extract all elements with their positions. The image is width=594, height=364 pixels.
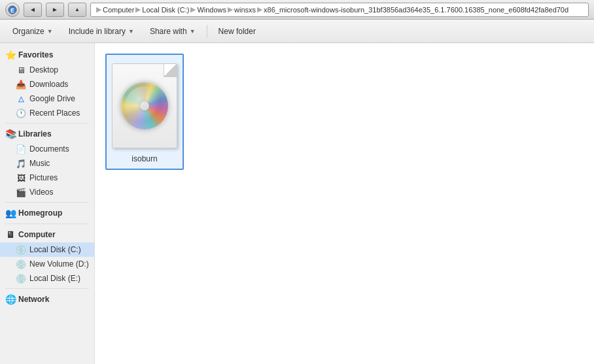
libraries-label: Libraries: [18, 129, 52, 139]
network-label: Network: [18, 295, 49, 304]
cd-disc-icon: [121, 82, 168, 129]
computer-header[interactable]: 🖥 Computer: [0, 227, 94, 242]
sidebar-item-documents[interactable]: 📄 Documents: [0, 142, 94, 156]
computer-label: Computer: [18, 230, 56, 239]
address-winsxs[interactable]: winsxs: [234, 6, 256, 14]
pictures-label: Pictures: [29, 173, 58, 182]
include-label: Include in library: [69, 27, 126, 36]
title-bar: E ◄ ► ▲ ▶ Computer ▶ Local Disk (C:) ▶ W…: [0, 0, 594, 20]
file-item-isoburn[interactable]: isoburn: [105, 54, 184, 170]
documents-label: Documents: [29, 144, 69, 154]
sidebar: ⭐ Favorites 🖥 Desktop 📥 Downloads △ Goog…: [0, 43, 95, 364]
divider-3: [5, 223, 89, 224]
share-with-button[interactable]: Share with ▼: [143, 22, 203, 41]
googledrive-icon: △: [16, 93, 26, 104]
googledrive-label: Google Drive: [29, 94, 75, 103]
music-icon: 🎵: [16, 158, 26, 169]
downloads-icon: 📥: [16, 79, 26, 90]
divider-4: [5, 288, 89, 289]
address-windows[interactable]: Windows: [197, 6, 226, 14]
sidebar-item-localdisk-c[interactable]: 💿 Local Disk (C:): [0, 242, 94, 257]
divider-1: [5, 123, 89, 124]
toolbar-separator: [207, 25, 207, 38]
content-area: isoburn: [95, 43, 594, 364]
sidebar-item-music[interactable]: 🎵 Music: [0, 156, 94, 171]
localdisk-c-label: Local Disk (C:): [29, 245, 81, 254]
file-page: [112, 63, 177, 148]
network-section: 🌐 Network: [0, 291, 94, 307]
computer-icon: 🖥: [5, 229, 16, 240]
homegroup-icon: 👥: [5, 208, 16, 218]
newvolume-d-icon: 💿: [16, 259, 26, 269]
sidebar-item-recentplaces[interactable]: 🕐 Recent Places: [0, 106, 94, 120]
homegroup-section: 👥 Homegroup: [0, 205, 94, 221]
network-header[interactable]: 🌐 Network: [0, 291, 94, 307]
videos-label: Videos: [29, 188, 53, 197]
include-library-button[interactable]: Include in library ▼: [61, 22, 141, 41]
recentplaces-icon: 🕐: [16, 108, 26, 118]
sidebar-item-downloads[interactable]: 📥 Downloads: [0, 77, 94, 91]
downloads-label: Downloads: [29, 80, 68, 89]
newvolume-d-label: New Volume (D:): [29, 259, 89, 269]
organize-button[interactable]: Organize ▼: [5, 22, 60, 41]
toolbar: Organize ▼ Include in library ▼ Share wi…: [0, 20, 594, 43]
recentplaces-label: Recent Places: [29, 108, 80, 118]
address-computer[interactable]: Computer: [103, 6, 134, 14]
file-name: isoburn: [131, 154, 157, 163]
favorites-label: Favorites: [18, 50, 53, 59]
homegroup-label: Homegroup: [18, 208, 62, 218]
libraries-icon: 📚: [5, 129, 16, 139]
localdisk-c-icon: 💿: [16, 244, 26, 255]
favorites-section: ⭐ Favorites 🖥 Desktop 📥 Downloads △ Goog…: [0, 47, 94, 120]
window-controls: E: [5, 3, 20, 17]
organize-arrow: ▼: [47, 28, 53, 35]
sidebar-item-newvolume-d[interactable]: 💿 New Volume (D:): [0, 257, 94, 271]
svg-text:E: E: [10, 7, 14, 13]
favorites-icon: ⭐: [5, 50, 16, 60]
window-icon: E: [5, 3, 20, 17]
libraries-section: 📚 Libraries 📄 Documents 🎵 Music 🖼 Pictur…: [0, 126, 94, 199]
page-fold: [164, 64, 177, 77]
libraries-header[interactable]: 📚 Libraries: [0, 126, 94, 142]
back-button[interactable]: ◄: [24, 3, 42, 17]
share-arrow: ▼: [190, 28, 196, 35]
pictures-icon: 🖼: [16, 173, 26, 183]
sidebar-item-videos[interactable]: 🎬 Videos: [0, 185, 94, 199]
forward-button[interactable]: ►: [46, 3, 64, 17]
homegroup-header[interactable]: 👥 Homegroup: [0, 205, 94, 221]
file-thumbnail: [105, 60, 184, 152]
address-disk[interactable]: Local Disk (C:): [142, 6, 189, 14]
main-layout: ⭐ Favorites 🖥 Desktop 📥 Downloads △ Goog…: [0, 43, 594, 364]
music-label: Music: [29, 159, 50, 168]
network-icon: 🌐: [5, 294, 16, 305]
organize-label: Organize: [12, 27, 44, 36]
localdisk-e-label: Local Disk (E:): [29, 274, 80, 283]
documents-icon: 📄: [16, 144, 26, 154]
new-folder-label: New folder: [218, 27, 256, 36]
sidebar-item-localdisk-e[interactable]: 💿 Local Disk (E:): [0, 271, 94, 286]
divider-2: [5, 202, 89, 203]
sidebar-item-googledrive[interactable]: △ Google Drive: [0, 91, 94, 106]
up-button[interactable]: ▲: [68, 3, 86, 17]
new-folder-button[interactable]: New folder: [211, 22, 263, 41]
share-label: Share with: [150, 27, 187, 36]
desktop-icon: 🖥: [16, 65, 26, 75]
address-folder[interactable]: x86_microsoft-windows-isoburn_31bf3856ad…: [264, 6, 568, 14]
sidebar-item-desktop[interactable]: 🖥 Desktop: [0, 63, 94, 77]
sidebar-item-pictures[interactable]: 🖼 Pictures: [0, 171, 94, 185]
desktop-label: Desktop: [29, 65, 58, 74]
videos-icon: 🎬: [16, 187, 26, 197]
localdisk-e-icon: 💿: [16, 273, 26, 284]
include-arrow: ▼: [128, 28, 134, 35]
address-bar[interactable]: ▶ Computer ▶ Local Disk (C:) ▶ Windows ▶…: [90, 3, 589, 17]
favorites-header[interactable]: ⭐ Favorites: [0, 47, 94, 63]
computer-section: 🖥 Computer 💿 Local Disk (C:) 💿 New Volum…: [0, 227, 94, 286]
